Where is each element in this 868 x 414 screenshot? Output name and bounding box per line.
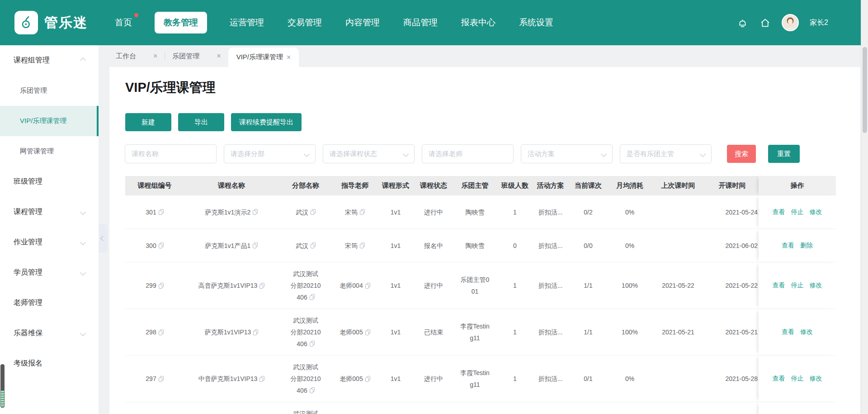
reset-button[interactable]: 重置 [768, 145, 800, 163]
sidebar-item-10[interactable]: 考级报名 [0, 348, 99, 379]
cell-monthly: 100% [609, 309, 651, 355]
cell-status: 已结束 [414, 309, 453, 355]
main-nav: 首页教务管理运营管理交易管理内容管理商品管理报表中心系统设置 [114, 12, 554, 33]
action-link-停止[interactable]: 停止 [791, 208, 804, 216]
close-icon[interactable]: × [287, 53, 291, 62]
cell-last_time [651, 195, 706, 228]
copy-icon[interactable] [310, 387, 315, 393]
copy-icon-front [365, 284, 369, 289]
nav-item-0[interactable]: 首页 [114, 12, 133, 33]
action-link-修改[interactable]: 修改 [800, 328, 813, 336]
sidebar-item-7[interactable]: 学员管理 [0, 257, 99, 288]
action-link-查看[interactable]: 查看 [773, 375, 785, 383]
copy-icon[interactable] [360, 243, 365, 248]
filter-select-2[interactable]: 请选择课程状态 [323, 144, 415, 163]
sidebar-scrollbar-thumb[interactable] [0, 364, 5, 390]
action-button-2[interactable]: 课程续费提醒导出 [231, 113, 302, 131]
action-link-修改[interactable]: 修改 [810, 281, 822, 290]
filter-input-0[interactable]: 课程名称 [125, 144, 217, 163]
copy-icon-front [311, 210, 314, 215]
copy-icon[interactable] [159, 283, 164, 289]
user-name[interactable]: 家长2 [810, 18, 828, 28]
placeholder-text: 课程名称 [132, 150, 159, 158]
copy-icon[interactable] [259, 376, 264, 382]
home-icon[interactable] [759, 17, 771, 29]
cell-last_time [651, 229, 706, 262]
copy-icon-front [253, 331, 257, 335]
sidebar-item-0[interactable]: 课程组管理 [0, 45, 99, 76]
copy-icon[interactable] [253, 243, 258, 248]
copy-icon[interactable] [159, 329, 164, 335]
cell-text: 进行中 [424, 373, 443, 385]
cell-text: 1 [513, 280, 517, 291]
sidebar-item-3[interactable]: 网管课管理 [0, 136, 99, 167]
sidebar-scrollbar[interactable] [0, 364, 5, 408]
action-button-1[interactable]: 导出 [178, 113, 224, 131]
cell-current: 0/0 [567, 229, 609, 262]
copy-icon[interactable] [360, 209, 365, 215]
copy-icon[interactable] [159, 376, 164, 382]
close-icon[interactable]: × [217, 52, 221, 60]
action-link-修改[interactable]: 修改 [810, 208, 822, 216]
sidebar-item-5[interactable]: 课程管理 [0, 197, 99, 227]
action-link-修改[interactable]: 修改 [810, 375, 822, 383]
sidebar-collapse-handle[interactable] [99, 224, 108, 253]
copy-icon[interactable] [311, 243, 316, 248]
nav-item-2[interactable]: 运营管理 [229, 12, 265, 33]
nav-item-label: 运营管理 [230, 18, 264, 27]
copy-icon[interactable] [159, 243, 164, 248]
sidebar-item-8[interactable]: 老师管理 [0, 288, 99, 318]
copy-icon[interactable] [159, 209, 164, 215]
sidebar-item-4[interactable]: 班级管理 [0, 167, 99, 197]
action-link-查看[interactable]: 查看 [773, 281, 785, 290]
action-link-停止[interactable]: 停止 [791, 375, 804, 383]
sidebar-item-label: VIP/乐理课管理 [20, 117, 66, 125]
copy-icon[interactable] [311, 209, 316, 215]
copy-icon[interactable] [365, 329, 370, 335]
close-icon[interactable]: × [153, 52, 157, 60]
page-scrollbar-thumb[interactable] [863, 47, 867, 133]
filter-select-1[interactable]: 请选择分部 [224, 144, 316, 163]
cell-text: 0/1 [584, 373, 592, 385]
action-button-0[interactable]: 新建 [125, 113, 171, 131]
copy-icon[interactable] [365, 283, 370, 289]
sidebar-item-9[interactable]: 乐器维保 [0, 318, 99, 348]
nav-item-3[interactable]: 交易管理 [287, 12, 323, 33]
nav-item-6[interactable]: 报表中心 [460, 12, 496, 33]
tab-1[interactable]: 乐团管理× [165, 45, 228, 67]
search-button[interactable]: 搜索 [727, 145, 756, 163]
nav-item-7[interactable]: 系统设置 [518, 12, 554, 33]
page-scrollbar[interactable] [861, 0, 868, 414]
sidebar-item-2[interactable]: VIP/乐理课管理 [0, 106, 99, 136]
action-link-查看[interactable]: 查看 [782, 328, 794, 336]
sidebar-item-1[interactable]: 乐团管理 [0, 76, 99, 106]
nav-item-4[interactable]: 内容管理 [344, 12, 381, 33]
sidebar-item-label: 作业管理 [14, 238, 42, 247]
copy-icon[interactable] [253, 329, 258, 335]
bell-icon[interactable] [736, 17, 748, 29]
copy-icon[interactable] [365, 376, 370, 382]
action-link-删除[interactable]: 删除 [800, 242, 813, 250]
copy-icon-front [311, 244, 314, 248]
tab-2[interactable]: VIP/乐理课管理× [228, 48, 299, 67]
copy-icon[interactable] [310, 341, 315, 347]
cell-name [184, 402, 279, 414]
sidebar-item-6[interactable]: 作业管理 [0, 227, 99, 257]
copy-icon[interactable] [253, 209, 258, 215]
action-link-查看[interactable]: 查看 [782, 242, 794, 250]
filter-input-3[interactable]: 请选择老师 [422, 144, 514, 163]
cell-plan: 折扣活... [533, 309, 567, 355]
action-link-查看[interactable]: 查看 [773, 208, 785, 216]
copy-icon[interactable] [259, 283, 264, 289]
action-link-停止[interactable]: 停止 [791, 281, 804, 290]
tab-0[interactable]: 工作台× [108, 45, 165, 67]
copy-icon[interactable] [310, 294, 315, 300]
cell-plan [533, 402, 567, 414]
avatar[interactable] [782, 14, 799, 31]
cell-text: 100% [622, 280, 638, 291]
sidebar-item-label: 课程管理 [14, 207, 42, 217]
filter-select-4[interactable]: 活动方案 [521, 144, 613, 163]
filter-select-5[interactable]: 是否有乐团主管 [620, 144, 712, 163]
nav-item-5[interactable]: 商品管理 [402, 12, 439, 33]
nav-item-1[interactable]: 教务管理 [155, 12, 207, 33]
